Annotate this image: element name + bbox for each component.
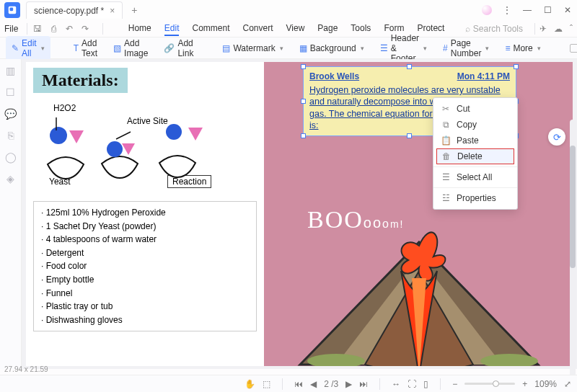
prev-page-icon[interactable]: ◀ [310,379,317,389]
maximize-icon[interactable]: ☐ [542,5,552,15]
svg-rect-1 [10,8,14,12]
ctx-copy[interactable]: ⧉Copy [433,117,517,133]
page-number-button[interactable]: #Page Number▾ [437,36,495,61]
close-tab-icon[interactable]: × [110,6,115,16]
ctx-delete[interactable]: 🗑Delete [436,148,514,164]
paste-icon: 📋 [441,135,451,146]
tab-convert[interactable]: Convert [243,22,273,36]
svg-point-4 [107,141,123,157]
add-image-button[interactable]: ▧Add Image [107,36,154,61]
search-panel-icon[interactable]: ◯ [5,151,17,163]
next-page-icon[interactable]: ▶ [345,379,352,389]
list-item: Funnel [41,287,249,300]
tab-page[interactable]: Page [317,22,338,36]
link-icon: 🔗 [164,43,175,53]
zoom-out-icon[interactable]: − [452,379,457,389]
title-bar: science-copy.pdf * × + ⋮ — ☐ ✕ [0,0,577,20]
first-page-icon[interactable]: ⏮ [294,379,303,389]
resize-handle[interactable] [407,133,412,138]
list-item: 4 tablespoons of warm water [41,233,249,246]
last-page-icon[interactable]: ⏭ [359,379,368,389]
more-icon: ≡ [505,43,510,53]
thumbnails-icon[interactable]: ▥ [6,65,15,76]
attach-icon[interactable]: ⎘ [8,130,14,141]
resize-handle[interactable] [407,64,412,69]
header-footer-icon: ☰ [380,43,388,53]
menu-bar: File 🖫 ⎙ ↶ ↷ Home Edit Comment Convert V… [0,20,577,37]
fit-page-icon[interactable]: ⛶ [408,379,416,389]
background-icon: ▦ [299,43,307,53]
bookmark-icon[interactable]: ☐ [6,86,15,98]
undo-icon[interactable]: ↶ [63,24,75,34]
resize-handle[interactable] [301,133,306,138]
status-bar: ✋ ⬚ ⏮ ◀ 2 /3 ▶ ⏭ ↔ ⛶ ▯ − + 109% ⤢ [0,375,577,392]
zoom-in-icon[interactable]: + [522,379,527,389]
collapse-ribbon-icon[interactable]: ˆ [570,24,573,34]
resize-handle[interactable] [514,64,519,69]
search-tools[interactable]: ⌕ Search Tools [465,24,523,34]
search-icon: ⌕ [465,24,470,34]
tab-home[interactable]: Home [128,22,151,36]
search-placeholder: Search Tools [473,24,523,34]
cut-icon: ✂ [441,104,451,114]
redo-icon[interactable]: ↷ [79,24,91,34]
annotation-badge-icon[interactable]: ⟳ [548,128,565,146]
background-button[interactable]: ▦Background▾ [294,41,370,55]
cloud-icon[interactable]: ☁ [554,24,563,34]
watermark-button[interactable]: ▤Watermark▾ [216,41,288,55]
account-avatar-icon[interactable] [482,5,492,15]
zoom-value[interactable]: 109% [534,379,557,389]
checkbox-icon [570,44,577,53]
close-window-icon[interactable]: ✕ [563,5,573,15]
materials-list: 125ml 10% Hydrogen Peroxide 1 Sachet Dry… [33,201,257,331]
minimize-icon[interactable]: — [522,5,532,15]
zoom-slider[interactable] [464,383,515,385]
tab-view[interactable]: View [286,22,305,36]
ctx-select-all[interactable]: ☰Select All [433,169,517,185]
image-icon: ▧ [113,43,121,53]
save-icon[interactable]: 🖫 [32,24,43,34]
window-controls: ⋮ — ☐ ✕ [502,5,573,15]
svg-marker-7 [188,128,203,141]
add-link-button[interactable]: 🔗Add Link [158,36,199,61]
read-mode-button[interactable]: Read [564,41,577,55]
pencil-icon: ✎ [12,43,19,53]
print-icon[interactable]: ⎙ [48,24,59,34]
single-page-icon[interactable]: ▯ [423,379,428,389]
hand-tool-icon[interactable]: ✋ [245,379,255,389]
file-menu[interactable]: File [4,24,18,34]
ctx-paste[interactable]: 📋Paste [433,133,517,148]
svg-point-2 [50,127,67,144]
quick-access: 🖫 ⎙ ↶ ↷ [32,24,91,34]
page-number-icon: # [443,43,448,53]
ctx-cut[interactable]: ✂Cut [433,101,517,117]
resize-handle[interactable] [301,99,306,104]
new-tab-button[interactable]: + [127,3,141,17]
comment-panel-icon[interactable]: 💬 [4,108,17,120]
layers-icon[interactable]: ◈ [6,173,14,184]
tab-edit[interactable]: Edit [164,22,180,36]
share-icon[interactable]: ✈ [539,24,547,34]
document-tab[interactable]: science-copy.pdf * × [26,1,123,19]
select-tool-icon[interactable]: ⬚ [263,379,270,389]
tab-tools[interactable]: Tools [351,22,371,36]
context-menu: ✂Cut ⧉Copy 📋Paste 🗑Delete ☰Select All ☳P… [433,97,518,210]
note-time: Mon 4:11 PM [457,71,510,81]
ctx-properties[interactable]: ☳Properties [433,190,517,206]
fullscreen-icon[interactable]: ⤢ [564,379,571,389]
list-item: Plastic tray or tub [41,300,249,313]
edit-all-button[interactable]: ✎Edit All▾ [6,36,50,61]
add-text-button[interactable]: TAdd Text [68,36,103,61]
select-all-icon: ☰ [441,172,451,182]
copy-icon: ⧉ [441,120,451,130]
tab-comment[interactable]: Comment [192,22,229,36]
fit-width-icon[interactable]: ↔ [392,379,400,389]
kebab-icon[interactable]: ⋮ [502,5,512,15]
page-indicator[interactable]: 2 /3 [324,379,338,389]
scrollbar-thumb[interactable] [570,146,576,268]
resize-handle[interactable] [301,64,306,69]
more-button[interactable]: ≡More▾ [499,41,546,55]
zoom-knob[interactable] [493,380,499,387]
watermark-icon: ▤ [222,43,230,53]
edit-toolbar: ✎Edit All▾ TAdd Text ▧Add Image 🔗Add Lin… [0,37,577,59]
